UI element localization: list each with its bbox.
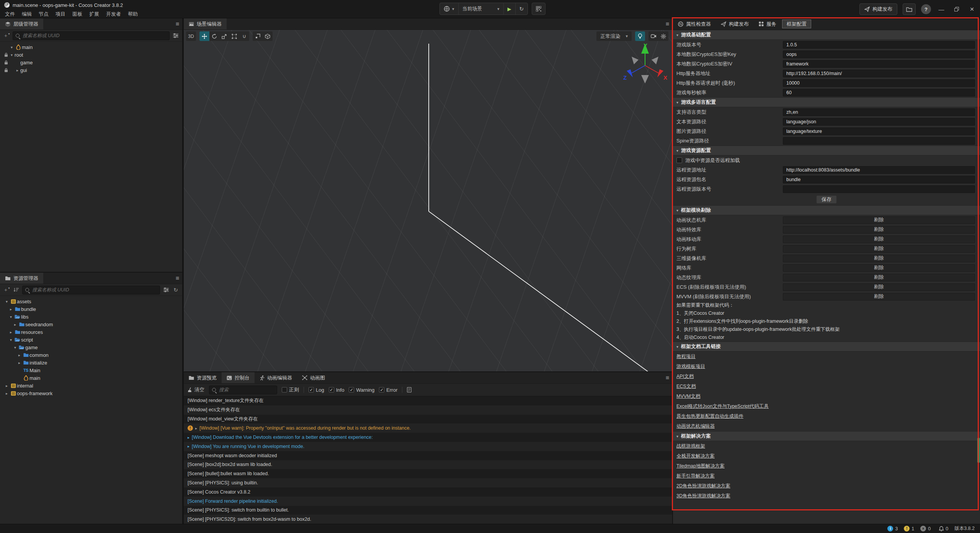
expand-chevron-icon[interactable]: ▸	[188, 435, 189, 440]
field-input[interactable]	[783, 119, 975, 124]
asset-node[interactable]: ▾libs	[0, 313, 182, 320]
field-input[interactable]	[783, 129, 975, 134]
asset-node[interactable]: ▾assets	[0, 298, 182, 305]
field-input[interactable]	[783, 80, 975, 86]
minimize-button[interactable]: —	[936, 6, 946, 13]
menu-item-5[interactable]: 扩展	[86, 10, 103, 19]
play-button[interactable]: ▶	[504, 3, 516, 15]
remove-button[interactable]: 剔除	[783, 264, 975, 272]
scene-camera-button[interactable]	[648, 31, 658, 41]
section-header-4[interactable]: ▾框架文档工具链接	[673, 342, 980, 352]
chevron-right-icon[interactable]: ▸	[16, 353, 22, 357]
hierarchy-node[interactable]: ▾main	[0, 43, 182, 51]
asset-node[interactable]: ▸bundle	[0, 305, 182, 313]
maximize-button[interactable]	[952, 6, 962, 13]
rect-tool-button[interactable]	[229, 31, 239, 41]
asset-node[interactable]: ▸initialize	[0, 359, 182, 366]
gizmo-pivot-button[interactable]: ∪	[239, 31, 249, 41]
filter-warning-checkbox[interactable]: ✓Warning	[349, 387, 374, 393]
tab-scene-editor[interactable]: 场景编辑器	[184, 18, 227, 29]
notification-badge[interactable]: 0	[939, 526, 948, 531]
chevron-down-icon[interactable]: ▾	[4, 299, 10, 304]
render-mode-select[interactable]: 正常渲染 ▾	[596, 31, 632, 41]
doc-link[interactable]: API文档	[676, 373, 694, 380]
doc-link[interactable]: 教程项目	[676, 353, 696, 360]
hierarchy-node[interactable]: game	[0, 59, 182, 66]
move-tool-button[interactable]	[199, 31, 209, 41]
menu-item-7[interactable]: 帮助	[124, 10, 141, 19]
log-row[interactable]: !▸[Window] [Vue warn]: Property "onInput…	[184, 423, 672, 433]
scale-tool-button[interactable]	[219, 31, 229, 41]
doc-link[interactable]: Tiledmap地图解决方案	[676, 463, 725, 469]
section-header-3[interactable]: ▾框架模块剔除	[673, 205, 980, 215]
doc-link[interactable]: 全栈开发解决方案	[676, 453, 715, 459]
scene-select[interactable]: 当前场景 ▾	[459, 3, 504, 15]
expand-chevron-icon[interactable]: ▸	[195, 426, 197, 430]
chevron-right-icon[interactable]: ▸	[12, 322, 18, 327]
inspector-tab-1[interactable]: 构建发布	[716, 18, 754, 29]
error-count-badge[interactable]: × 0	[920, 526, 931, 531]
doc-link[interactable]: 战棋游戏框架	[676, 443, 705, 450]
chevron-down-icon[interactable]: ▾	[9, 53, 15, 57]
asset-node[interactable]: main	[0, 374, 182, 382]
doc-link[interactable]: ECS文档	[676, 383, 696, 390]
hierarchy-search-input[interactable]	[22, 33, 167, 39]
doc-link[interactable]: Excel格式转Json文件与TypeScript代码工具	[676, 403, 769, 410]
scene-settings-button[interactable]	[658, 31, 668, 41]
doc-link[interactable]: 原生包热更新配置自动生成插件	[676, 413, 743, 420]
chevron-right-icon[interactable]: ▸	[16, 361, 22, 365]
field-input[interactable]	[783, 167, 975, 173]
remove-button[interactable]: 剔除	[783, 283, 975, 291]
asset-node[interactable]: ▸internal	[0, 382, 182, 389]
doc-link[interactable]: MVVM文档	[676, 393, 701, 400]
expand-chevron-icon[interactable]: ▸	[188, 444, 189, 448]
section-header-2[interactable]: ▾游戏资源配置	[673, 146, 980, 155]
chevron-right-icon[interactable]: ▸	[4, 384, 10, 388]
section-header-5[interactable]: ▾框架解决方案	[673, 431, 980, 441]
chevron-right-icon[interactable]: ▸	[8, 307, 14, 311]
section-header-1[interactable]: ▾游戏多语言配置	[673, 97, 980, 107]
assets-refresh-icon[interactable]: ↻	[172, 287, 179, 293]
menu-item-3[interactable]: 项目	[52, 10, 69, 19]
menu-item-1[interactable]: 编辑	[18, 10, 35, 19]
field-input[interactable]	[783, 42, 975, 47]
info-count-badge[interactable]: i 3	[887, 526, 898, 531]
tab-hierarchy[interactable]: 层级管理器	[0, 18, 43, 29]
field-input[interactable]	[783, 71, 975, 76]
device-preview-button[interactable]	[532, 3, 546, 15]
regex-checkbox[interactable]: 正则	[282, 386, 299, 393]
field-input[interactable]	[783, 177, 975, 182]
filter-log-checkbox[interactable]: ✓Log	[309, 387, 324, 393]
chevron-down-icon[interactable]: ▾	[8, 338, 14, 342]
chevron-right-icon[interactable]: ▸	[8, 330, 14, 334]
filter-error-checkbox[interactable]: ✓Error	[379, 387, 397, 393]
console-menu-icon[interactable]: ≡	[666, 372, 669, 384]
asset-node[interactable]: ▸resources	[0, 328, 182, 336]
tab-assets[interactable]: 资源管理器	[0, 273, 43, 284]
field-input[interactable]	[783, 186, 975, 192]
remove-button[interactable]: 剔除	[783, 274, 975, 281]
hierarchy-menu-icon[interactable]: ≡	[176, 18, 179, 30]
assets-sort-icon[interactable]	[13, 288, 20, 292]
field-input[interactable]	[783, 52, 975, 57]
save-button[interactable]: 保存	[816, 195, 837, 204]
doc-link[interactable]: 2D角色扮演游戏解决方案	[676, 483, 730, 489]
remove-button[interactable]: 剔除	[783, 245, 975, 253]
hierarchy-node[interactable]: ▸gui	[0, 66, 182, 74]
grid-visibility-button[interactable]	[263, 31, 273, 41]
scene-viewport[interactable]: 3D ∪	[184, 30, 672, 371]
chevron-right-icon[interactable]: ▸	[4, 391, 10, 396]
console-tab-3[interactable]: 动画图	[297, 372, 330, 383]
scene-menu-icon[interactable]: ≡	[666, 18, 669, 30]
asset-node[interactable]: ▸seedrandom	[0, 320, 182, 328]
doc-link[interactable]: 游戏模板项目	[676, 363, 705, 370]
remote-load-checkbox[interactable]	[676, 157, 682, 163]
remove-button[interactable]: 剔除	[783, 226, 975, 234]
menu-item-4[interactable]: 面板	[69, 10, 86, 19]
remove-button[interactable]: 剔除	[783, 216, 975, 224]
doc-link[interactable]: 新手引导解决方案	[676, 473, 715, 479]
inspector-tab-0[interactable]: 属性检查器	[673, 18, 716, 29]
field-input[interactable]	[783, 138, 975, 144]
asset-node[interactable]: ▾game	[0, 343, 182, 351]
console-tab-0[interactable]: 资源预览	[184, 372, 222, 383]
